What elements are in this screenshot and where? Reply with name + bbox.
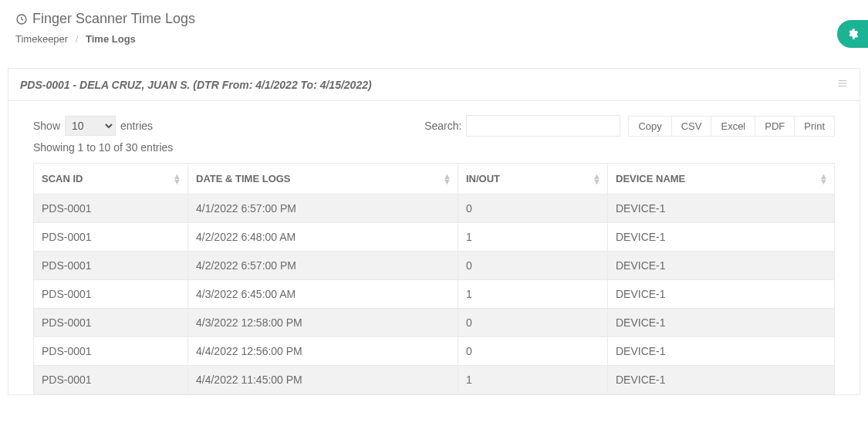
breadcrumb-sep: /: [76, 33, 79, 45]
cell-scan_id: PDS-0001: [34, 366, 188, 394]
cell-scan_id: PDS-0001: [34, 280, 188, 309]
table-row: PDS-00014/4/2022 12:56:00 PM0DEVICE-1: [34, 337, 835, 366]
sort-icon: ▲▼: [819, 174, 828, 184]
panel: PDS-0001 - DELA CRUZ, JUAN S. (DTR From:…: [8, 68, 860, 395]
show-label: Show: [33, 120, 60, 132]
copy-button[interactable]: Copy: [628, 116, 671, 137]
cell-scan_id: PDS-0001: [34, 337, 188, 366]
cell-device: DEVICE-1: [608, 309, 835, 337]
panel-heading: PDS-0001 - DELA CRUZ, JUAN S. (DTR From:…: [8, 69, 860, 101]
cell-dt: 4/4/2022 12:56:00 PM: [188, 337, 458, 366]
th-in-out[interactable]: IN/OUT ▲▼: [458, 164, 608, 194]
cell-io: 0: [458, 337, 608, 366]
th-scan-id[interactable]: SCAN ID ▲▼: [34, 164, 188, 194]
breadcrumb-current: Time Logs: [86, 33, 136, 45]
th-dt-logs[interactable]: DATE & TIME LOGS ▲▼: [188, 164, 458, 194]
search-label: Search:: [424, 120, 461, 132]
table-row: PDS-00014/3/2022 12:58:00 PM0DEVICE-1: [34, 309, 835, 337]
excel-button[interactable]: Excel: [711, 116, 755, 137]
cell-dt: 4/3/2022 12:58:00 PM: [188, 309, 458, 337]
cell-scan_id: PDS-0001: [34, 194, 188, 223]
cell-dt: 4/4/2022 11:45:00 PM: [188, 366, 458, 394]
cell-io: 0: [458, 252, 608, 280]
th-scan-id-label: SCAN ID: [42, 173, 83, 184]
csv-button[interactable]: CSV: [671, 116, 712, 137]
page-size-select[interactable]: 10: [65, 116, 116, 136]
breadcrumb: Timekeeper / Time Logs: [15, 33, 853, 45]
cell-scan_id: PDS-0001: [34, 223, 188, 252]
breadcrumb-parent[interactable]: Timekeeper: [15, 33, 68, 45]
table-row: PDS-00014/4/2022 11:45:00 PM1DEVICE-1: [34, 366, 835, 394]
time-logs-table: SCAN ID ▲▼ DATE & TIME LOGS ▲▼ IN/OUT ▲▼…: [33, 163, 835, 394]
cell-io: 0: [458, 194, 608, 223]
list-icon: [837, 78, 848, 89]
print-button[interactable]: Print: [794, 116, 835, 137]
cell-dt: 4/3/2022 6:45:00 AM: [188, 280, 458, 309]
showing-info: Showing 1 to 10 of 30 entries: [33, 141, 835, 154]
pdf-button[interactable]: PDF: [755, 116, 795, 137]
table-row: PDS-00014/2/2022 6:57:00 PM0DEVICE-1: [34, 252, 835, 280]
cell-scan_id: PDS-0001: [34, 309, 188, 337]
gears-icon: [846, 28, 859, 40]
table-row: PDS-00014/3/2022 6:45:00 AM1DEVICE-1: [34, 280, 835, 309]
page-title-text: Finger Scanner Time Logs: [32, 11, 195, 27]
entries-label: entries: [120, 120, 153, 132]
cell-dt: 4/2/2022 6:48:00 AM: [188, 223, 458, 252]
panel-tools-button[interactable]: [837, 78, 848, 91]
cell-device: DEVICE-1: [608, 252, 835, 280]
table-row: PDS-00014/1/2022 6:57:00 PM0DEVICE-1: [34, 194, 835, 223]
table-row: PDS-00014/2/2022 6:48:00 AM1DEVICE-1: [34, 223, 835, 252]
panel-heading-title: PDS-0001 - DELA CRUZ, JUAN S. (DTR From:…: [20, 79, 372, 91]
cell-io: 0: [458, 309, 608, 337]
clock-icon: [15, 13, 28, 25]
th-in-out-label: IN/OUT: [466, 173, 500, 184]
search-input[interactable]: [466, 115, 620, 137]
cell-device: DEVICE-1: [608, 194, 835, 223]
cell-device: DEVICE-1: [608, 337, 835, 366]
settings-float-button[interactable]: [837, 20, 868, 48]
cell-dt: 4/2/2022 6:57:00 PM: [188, 252, 458, 280]
page-title: Finger Scanner Time Logs: [15, 11, 853, 27]
sort-icon: ▲▼: [443, 174, 451, 184]
sort-icon: ▲▼: [173, 174, 181, 184]
cell-device: DEVICE-1: [608, 366, 835, 394]
cell-device: DEVICE-1: [608, 280, 835, 309]
th-device-label: DEVICE NAME: [616, 173, 685, 184]
cell-device: DEVICE-1: [608, 223, 835, 252]
th-device[interactable]: DEVICE NAME ▲▼: [608, 164, 835, 194]
cell-io: 1: [458, 366, 608, 394]
th-dt-logs-label: DATE & TIME LOGS: [196, 173, 291, 184]
sort-icon: ▲▼: [593, 174, 601, 184]
cell-scan_id: PDS-0001: [34, 252, 188, 280]
cell-io: 1: [458, 280, 608, 309]
cell-io: 1: [458, 223, 608, 252]
cell-dt: 4/1/2022 6:57:00 PM: [188, 194, 458, 223]
